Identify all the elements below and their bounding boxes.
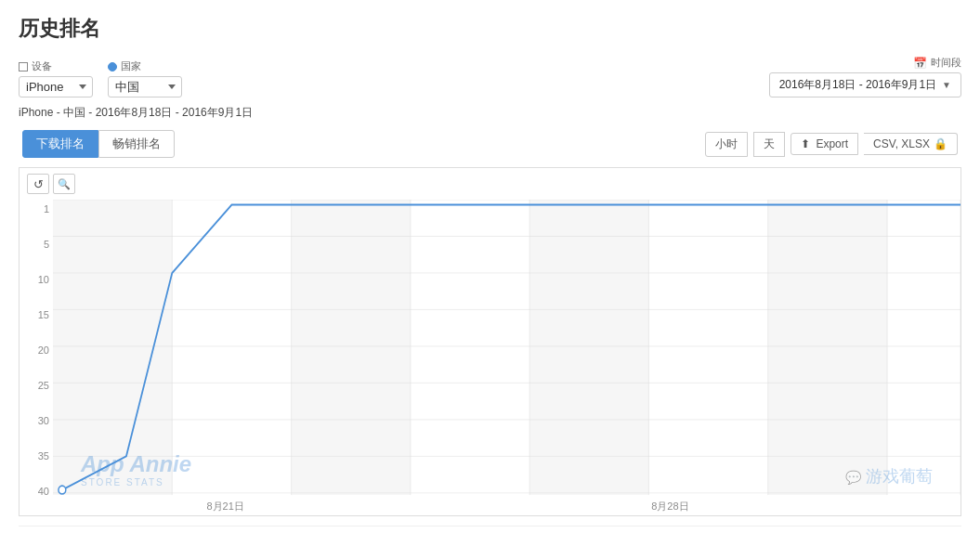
- svg-point-21: [59, 486, 66, 494]
- zoom-button[interactable]: 🔍: [53, 174, 75, 194]
- country-select[interactable]: 中国 美国 日本: [108, 76, 182, 98]
- y-axis: 1 5 10 15 20 25 30 35 40: [20, 200, 53, 515]
- page-title: 历史排名: [19, 15, 961, 43]
- subtitle: iPhone - 中国 - 2016年8月18日 - 2016年9月1日: [19, 105, 961, 121]
- svg-rect-3: [768, 200, 887, 495]
- export-arrow-icon: ⬆: [801, 137, 810, 150]
- date-label: 📅 时间段: [913, 56, 961, 70]
- country-control-group: 国家 中国 美国 日本: [108, 59, 182, 98]
- x-label-aug21: 8月21日: [206, 500, 243, 514]
- device-select[interactable]: iPhone iPad: [19, 76, 93, 98]
- country-label: 国家: [108, 59, 182, 73]
- chart-controls: ↺ 🔍: [20, 168, 960, 200]
- page-container: 历史排名 设备 iPhone iPad 国家: [0, 0, 980, 533]
- date-range-value: 2016年8月18日 - 2016年9月1日: [779, 77, 936, 93]
- export-button[interactable]: ⬆ Export: [791, 133, 858, 155]
- legend-row: 所有 Adventure (Games) Simulation (Games) …: [19, 526, 961, 533]
- device-label: 设备: [19, 59, 93, 73]
- svg-rect-2: [529, 200, 648, 495]
- controls-left: 设备 iPhone iPad 国家 中国 美国 日本: [19, 59, 182, 98]
- chart-content: 8月21日 8月28日 App Annie STORE STATS 💬 游戏葡萄: [53, 200, 960, 515]
- chart-body: 1 5 10 15 20 25 30 35 40: [20, 200, 960, 515]
- x-label-aug28: 8月28日: [651, 500, 688, 514]
- export-format-button[interactable]: CSV, XLSX 🔒: [864, 133, 958, 155]
- day-button[interactable]: 天: [753, 132, 785, 157]
- device-checkbox-icon: [19, 62, 28, 72]
- tab-download[interactable]: 下载排名: [22, 130, 98, 158]
- x-axis: 8月21日 8月28日: [53, 497, 960, 515]
- chart-area: ↺ 🔍 1 5 10 15 20 25 30 35 40: [19, 167, 961, 516]
- zoom-icon: 🔍: [58, 178, 71, 190]
- tab-sales[interactable]: 畅销排名: [98, 130, 175, 158]
- date-range-button[interactable]: 2016年8月18日 - 2016年9月1日 ▼: [769, 72, 961, 98]
- lock-icon: 🔒: [934, 137, 947, 150]
- hour-button[interactable]: 小时: [705, 132, 748, 157]
- tabs-toolbar: 下载排名 畅销排名 小时 天 ⬆ Export CSV, XLSX 🔒: [19, 130, 961, 158]
- svg-rect-1: [292, 200, 411, 495]
- tabs-left: 下载排名 畅销排名: [22, 130, 175, 158]
- watermark-youpinpu: 💬 游戏葡萄: [845, 465, 933, 488]
- controls-right: 📅 时间段 2016年8月18日 - 2016年9月1日 ▼: [769, 56, 961, 98]
- export-format-label: CSV, XLSX: [873, 137, 930, 150]
- watermark-appannie: App Annie STORE STATS: [81, 451, 191, 488]
- controls-row: 设备 iPhone iPad 国家 中国 美国 日本: [19, 56, 961, 98]
- date-range-caret-icon: ▼: [942, 80, 951, 90]
- reset-zoom-button[interactable]: ↺: [27, 174, 49, 194]
- reset-icon: ↺: [33, 177, 44, 191]
- device-control-group: 设备 iPhone iPad: [19, 59, 93, 98]
- toolbar-right: 小时 天 ⬆ Export CSV, XLSX 🔒: [705, 132, 958, 157]
- country-radio-icon: [108, 62, 117, 72]
